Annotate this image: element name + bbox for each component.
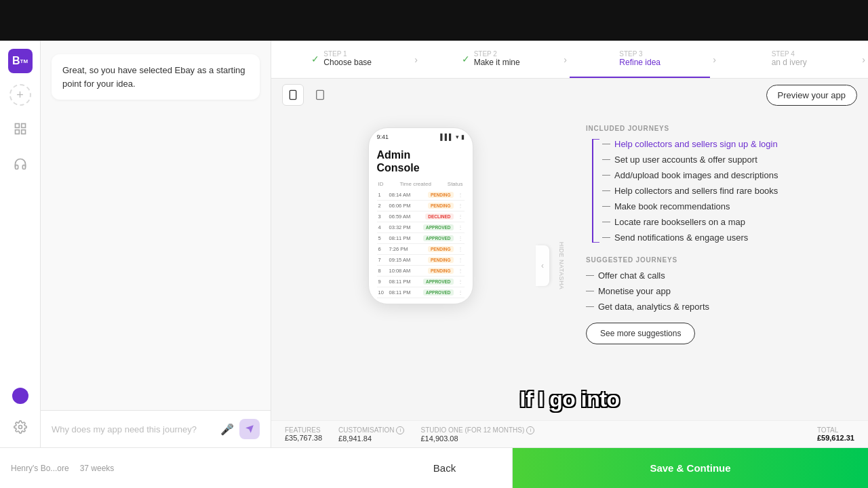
phone-area: 9:41 ▌▌▌ ▾ ▮ AdminConsole ID Time crea — [271, 111, 570, 420]
journeys-panel: INCLUDED JOURNEYS Help collectors and se… — [570, 111, 868, 420]
customisation-cost: CUSTOMISATION i £8,941.84 — [338, 426, 404, 443]
left-scroll-arrow[interactable]: ‹ — [536, 245, 549, 286]
chat-message: Great, so you have selected Ebay as a st… — [52, 54, 260, 100]
journey-item[interactable]: Locate rare booksellers on a map — [602, 217, 852, 227]
status-badge: PENDING — [428, 257, 454, 263]
save-continue-button[interactable]: Save & Continue — [513, 448, 868, 489]
svg-rect-5 — [290, 90, 296, 99]
table-row: 10 08:11 PM APPROVED ⋮ — [377, 287, 465, 298]
status-badge: PENDING — [428, 246, 454, 252]
sidebar-grid-icon[interactable] — [8, 117, 33, 141]
status-badge: APPROVED — [423, 235, 453, 241]
weeks-label: 37 weeks — [80, 464, 115, 473]
svg-rect-2 — [15, 130, 19, 134]
bracket-svg — [586, 139, 599, 243]
studio-info-icon[interactable]: i — [526, 426, 534, 434]
status-badge: APPROVED — [423, 289, 453, 296]
phone-table-header: ID Time created Status — [377, 181, 465, 187]
see-more-suggestions-button[interactable]: See more suggestions — [586, 323, 695, 344]
svg-rect-1 — [21, 124, 25, 128]
journey-item[interactable]: Set up user accounts & offer support — [602, 155, 852, 165]
table-row: 3 06:59 AM DECLINED ⋮ — [377, 211, 465, 222]
send-button[interactable] — [239, 419, 260, 439]
suggested-journeys-label: SUGGESTED JOURNEYS — [586, 256, 852, 264]
total-cost: TOTAL £59,612.31 — [817, 426, 854, 442]
project-label: Henry's Bo...ore — [11, 464, 69, 473]
preview-button[interactable]: Preview your app — [766, 85, 857, 106]
bottom-left: Henry's Bo...ore 37 weeks — [0, 464, 377, 473]
step-4[interactable]: STEP 4 an d ivery — [719, 41, 859, 78]
table-row: 1 08:14 AM PENDING ⋮ — [377, 190, 465, 201]
tablet-device-btn[interactable] — [309, 84, 331, 106]
journey-item[interactable]: Help collectors and sellers sign up & lo… — [602, 139, 852, 149]
sidebar: BTM + — [0, 41, 41, 447]
features-cost: FEATURES £35,767.38 — [285, 426, 322, 442]
step-chevron-1: › — [412, 54, 420, 65]
svg-rect-0 — [15, 124, 19, 128]
table-row: 4 03:32 PM APPROVED ⋮ — [377, 222, 465, 233]
journey-item[interactable]: Make book recommendations — [602, 201, 852, 211]
phone-body: AdminConsole ID Time created Status 1 08… — [369, 143, 473, 304]
content-area: ‹ HIDE NATASHA 9:41 ▌▌▌ ▾ ▮ Ad — [271, 111, 868, 420]
table-row: 6 7:26 PM PENDING ⋮ — [377, 244, 465, 255]
mic-button[interactable]: 🎤 — [220, 423, 234, 436]
suggested-journey-item[interactable]: Offer chat & calls — [586, 270, 852, 281]
toolbar-row: Preview your app — [271, 79, 868, 111]
suggested-journeys-list: Offer chat & calls Monetise your app Get… — [586, 270, 852, 312]
table-row: 9 08:11 PM APPROVED ⋮ — [377, 277, 465, 287]
step-2[interactable]: ✓ STEP 2 Make it mine — [420, 41, 561, 78]
hide-natasha-label[interactable]: HIDE NATASHA — [558, 242, 565, 290]
mobile-device-btn[interactable] — [282, 84, 304, 106]
steps-bar: ✓ STEP 1 Choose base › ✓ STEP 2 Make it … — [271, 41, 868, 79]
customisation-info-icon[interactable]: i — [396, 426, 404, 434]
svg-point-4 — [18, 426, 22, 429]
table-row: 5 08:11 PM APPROVED ⋮ — [377, 233, 465, 244]
journey-item[interactable]: Send notifications & engage users — [602, 232, 852, 243]
table-row: 8 10:08 AM PENDING ⋮ — [377, 266, 465, 277]
step-1-check: ✓ — [311, 54, 319, 64]
status-badge: PENDING — [428, 203, 454, 209]
sidebar-dot — [12, 388, 28, 404]
suggested-journey-item[interactable]: Get data, analytics & reports — [586, 302, 852, 312]
chat-panel: Great, so you have selected Ebay as a st… — [41, 41, 271, 447]
step-2-check: ✓ — [462, 54, 470, 64]
phone-table: ID Time created Status 1 08:14 AM PENDIN… — [377, 181, 465, 298]
phone-status-bar: 9:41 ▌▌▌ ▾ ▮ — [369, 128, 473, 143]
included-journeys-label: INCLUDED JOURNEYS — [586, 125, 852, 132]
table-row: 2 06:06 PM PENDING ⋮ — [377, 201, 465, 211]
svg-rect-3 — [21, 130, 25, 134]
sidebar-settings-icon[interactable] — [8, 415, 33, 439]
journey-item[interactable]: Help collectors and sellers find rare bo… — [602, 186, 852, 196]
svg-rect-7 — [317, 90, 324, 99]
back-button[interactable]: Back — [377, 448, 513, 489]
step-1[interactable]: ✓ STEP 1 Choose base — [271, 41, 412, 78]
table-row: 7 09:15 AM PENDING ⋮ — [377, 255, 465, 266]
status-badge: PENDING — [428, 268, 454, 274]
step-3[interactable]: STEP 3 Refine idea — [570, 41, 710, 78]
included-journeys-list: Help collectors and sellers sign up & lo… — [586, 139, 852, 243]
step-chevron-4: › — [859, 54, 868, 65]
status-badge: APPROVED — [423, 224, 453, 230]
bottom-bar: Henry's Bo...ore 37 weeks Back Save & Co… — [0, 447, 868, 488]
cost-bar: FEATURES £35,767.38 CUSTOMISATION i £8,9… — [271, 420, 868, 447]
add-button[interactable]: + — [9, 84, 31, 106]
chat-input-area: 🎤 — [41, 410, 271, 447]
step-chevron-2: › — [561, 54, 570, 65]
chat-input[interactable] — [52, 424, 215, 434]
logo: BTM — [8, 49, 33, 73]
main-content: ✓ STEP 1 Choose base › ✓ STEP 2 Make it … — [271, 41, 868, 447]
sidebar-headset-icon[interactable] — [8, 152, 33, 176]
suggested-journey-item[interactable]: Monetise your app — [586, 286, 852, 296]
phone-mockup: 9:41 ▌▌▌ ▾ ▮ AdminConsole ID Time crea — [368, 127, 473, 304]
status-badge: PENDING — [428, 192, 454, 198]
status-badge: APPROVED — [423, 279, 453, 285]
phone-title: AdminConsole — [377, 148, 465, 174]
top-bar — [0, 0, 868, 41]
journey-item[interactable]: Add/upload book images and descriptions — [602, 170, 852, 180]
status-badge: DECLINED — [425, 214, 453, 220]
step-chevron-3: › — [710, 54, 719, 65]
studio-cost: STUDIO ONE (FOR 12 MONTHS) i £14,903.08 — [420, 426, 534, 443]
